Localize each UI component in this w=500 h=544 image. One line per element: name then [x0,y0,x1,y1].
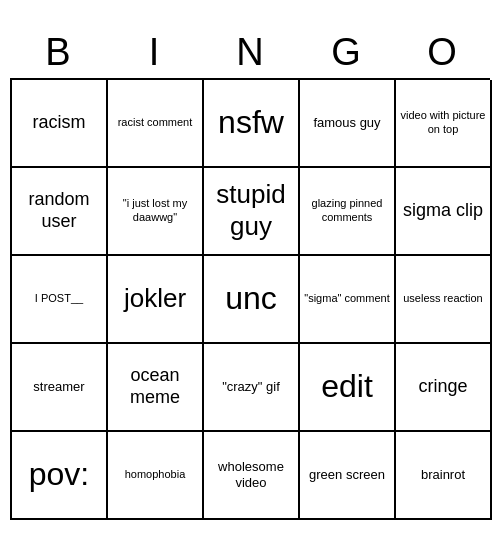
cell-23: green screen [300,432,396,520]
cell-16: ocean meme [108,344,204,432]
cell-21: homophobia [108,432,204,520]
cell-1: racist comment [108,80,204,168]
cell-12: unc [204,256,300,344]
title-g: G [302,31,390,74]
cell-20: pov: [12,432,108,520]
cell-2: nsfw [204,80,300,168]
cell-8: glazing pinned comments [300,168,396,256]
cell-6: "i just lost my daawwg" [108,168,204,256]
cell-13: "sigma" comment [300,256,396,344]
cell-19: cringe [396,344,492,432]
cell-10: I POST__ [12,256,108,344]
title-i: I [110,31,198,74]
title-n: N [206,31,294,74]
title-b: B [14,31,102,74]
bingo-grid: racism racist comment nsfw famous guy vi… [10,78,490,520]
cell-3: famous guy [300,80,396,168]
cell-24: brainrot [396,432,492,520]
cell-22: wholesome video [204,432,300,520]
cell-4: video with picture on top [396,80,492,168]
cell-9: sigma clip [396,168,492,256]
cell-18: edit [300,344,396,432]
cell-0: racism [12,80,108,168]
cell-14: useless reaction [396,256,492,344]
cell-7: stupid guy [204,168,300,256]
cell-15: streamer [12,344,108,432]
bingo-title: B I N G O [10,25,490,78]
title-o: O [398,31,486,74]
cell-5: random user [12,168,108,256]
cell-11: jokler [108,256,204,344]
cell-17: "crazy" gif [204,344,300,432]
bingo-card: B I N G O racism racist comment nsfw fam… [10,25,490,520]
